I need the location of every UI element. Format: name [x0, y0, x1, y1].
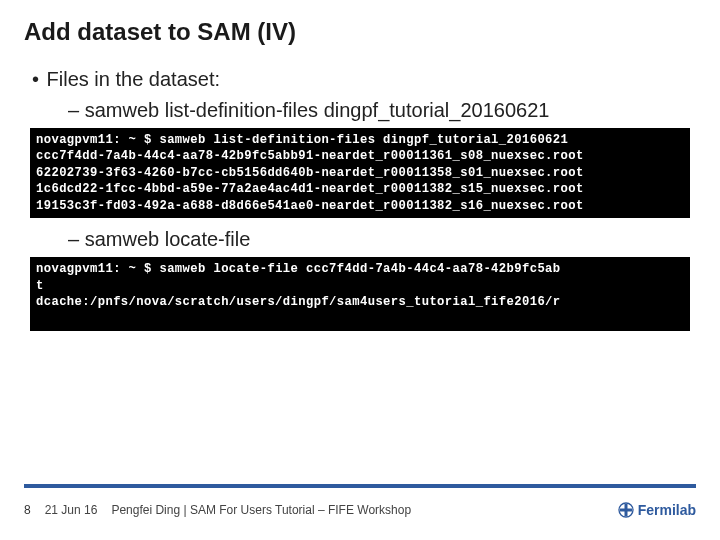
page-title: Add dataset to SAM (IV)	[24, 18, 696, 46]
footer-divider	[24, 484, 696, 488]
prompt: novagpvm11: ~ $	[36, 262, 159, 276]
terminal-line: dcache:/pnfs/nova/scratch/users/dingpf/s…	[36, 295, 561, 309]
terminal-cmd: samweb locate-file ccc7f4dd-7a4b-44c4-aa…	[159, 262, 560, 276]
bullet-level2-cmd1: samweb list-definition-files dingpf_tuto…	[68, 99, 696, 122]
terminal-cmd: samweb list-definition-files dingpf_tuto…	[159, 133, 568, 147]
fermilab-logo: Fermilab	[618, 502, 696, 518]
terminal-line: 62202739-3f63-4260-b7cc-cb5156dd640b-nea…	[36, 166, 584, 180]
terminal-output-2: novagpvm11: ~ $ samweb locate-file ccc7f…	[30, 257, 690, 331]
terminal-line: ccc7f4dd-7a4b-44c4-aa78-42b9fc5abb91-nea…	[36, 149, 584, 163]
bullet-level2-cmd2: samweb locate-file	[68, 228, 696, 251]
terminal-line: 1c6dcd22-1fcc-4bbd-a59e-77a2ae4ac4d1-nea…	[36, 182, 584, 196]
footer: 8 21 Jun 16 Pengfei Ding | SAM For Users…	[24, 502, 696, 518]
terminal-line: 19153c3f-fd03-492a-a688-d8d66e541ae0-nea…	[36, 199, 584, 213]
svg-rect-1	[624, 504, 627, 516]
footer-date: 21 Jun 16	[45, 503, 98, 517]
footer-left: 8 21 Jun 16 Pengfei Ding | SAM For Users…	[24, 503, 411, 517]
footer-author: Pengfei Ding | SAM For Users Tutorial – …	[111, 503, 411, 517]
fermilab-logo-text: Fermilab	[638, 502, 696, 518]
page-number: 8	[24, 503, 31, 517]
prompt: novagpvm11: ~ $	[36, 133, 159, 147]
fermilab-logo-icon	[618, 502, 634, 518]
slide: Add dataset to SAM (IV) Files in the dat…	[0, 0, 720, 540]
terminal-line: t	[36, 279, 44, 293]
terminal-output-1: novagpvm11: ~ $ samweb list-definition-f…	[30, 128, 690, 218]
bullet-level1: Files in the dataset:	[32, 68, 696, 91]
